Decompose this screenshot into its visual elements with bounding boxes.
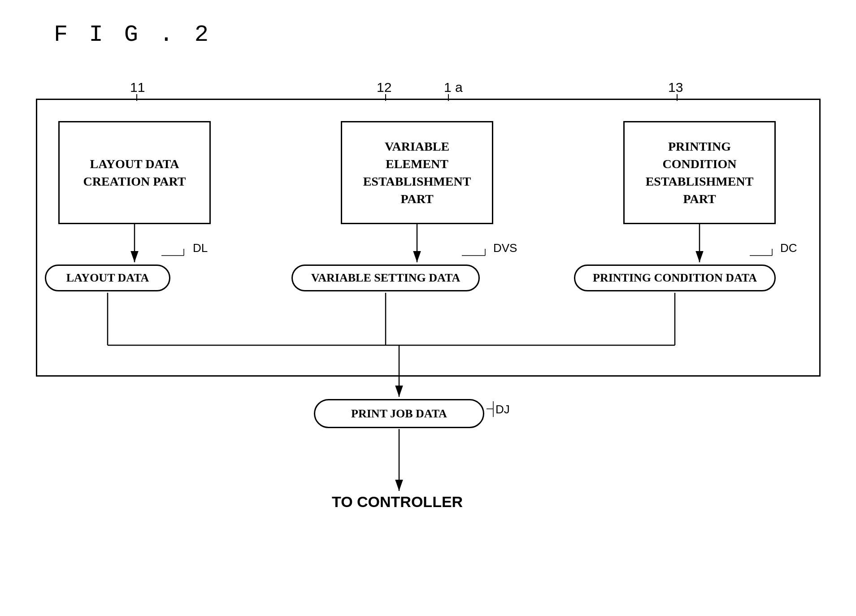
printing-condition-data-pill: PRINTING CONDITION DATA [574, 265, 776, 291]
ref-label-DJ: DJ [495, 403, 510, 416]
ref-label-12: 12 [377, 80, 391, 95]
diagram-page: F I G . 2 11 12 1 a 13 LAYOUT DATA CREAT… [0, 0, 856, 616]
ref-label-11: 11 [130, 80, 145, 95]
layout-data-creation-block: LAYOUT DATA CREATION PART [58, 121, 211, 224]
ref-label-1a: 1 a [444, 80, 463, 95]
to-controller-label: TO CONTROLLER [332, 493, 463, 511]
ref-label-DC: DC [780, 241, 797, 255]
ref-label-DVS: DVS [493, 241, 517, 255]
printing-condition-block: PRINTING CONDITION ESTABLISHMENT PART [623, 121, 776, 224]
ref-label-13: 13 [668, 80, 683, 95]
layout-data-pill: LAYOUT DATA [45, 265, 170, 291]
print-job-data-pill: PRINT JOB DATA [314, 399, 484, 428]
variable-element-block: VARIABLE ELEMENT ESTABLISHMENT PART [341, 121, 493, 224]
figure-title: F I G . 2 [54, 22, 212, 48]
ref-label-DL: DL [193, 241, 208, 255]
variable-setting-data-pill: VARIABLE SETTING DATA [291, 265, 480, 291]
